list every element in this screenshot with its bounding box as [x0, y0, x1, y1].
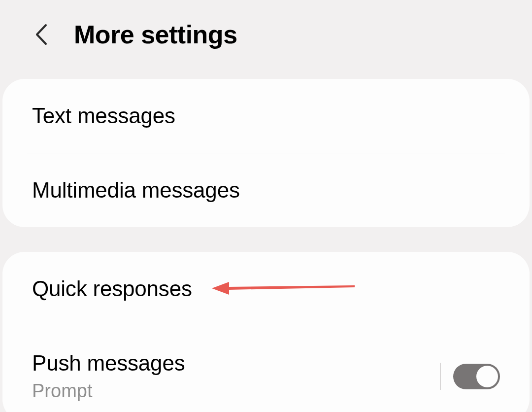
push-messages-toggle[interactable] [453, 364, 500, 389]
settings-item-multimedia-messages[interactable]: Multimedia messages [2, 153, 530, 227]
item-label: Text messages [32, 103, 175, 128]
header-bar: More settings [0, 0, 532, 79]
settings-item-text-messages[interactable]: Text messages [2, 79, 530, 153]
item-label: Push messages [32, 351, 185, 376]
item-label: Quick responses [32, 276, 192, 301]
toggle-container [440, 363, 500, 390]
settings-card-messaging: Text messages Multimedia messages [2, 79, 530, 227]
chevron-left-icon [34, 23, 48, 46]
toggle-separator [440, 363, 441, 390]
settings-card-responses: Quick responses Push messages Prompt [2, 252, 530, 412]
page-title: More settings [74, 20, 237, 49]
settings-item-quick-responses[interactable]: Quick responses [2, 252, 530, 326]
settings-item-push-messages[interactable]: Push messages Prompt [2, 326, 530, 412]
back-button[interactable] [32, 22, 49, 47]
item-sublabel: Prompt [32, 380, 185, 402]
item-label: Multimedia messages [32, 178, 240, 203]
toggle-knob [476, 366, 498, 387]
